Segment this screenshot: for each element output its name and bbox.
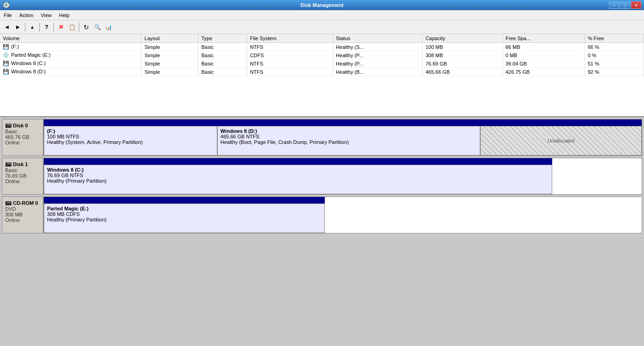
help-button[interactable]: ?: [42, 22, 52, 32]
partition-name: Windows 8 (C:): [47, 167, 549, 173]
disk-label-disk0: 🖴 Disk 0 Basic 465.76 GB Online: [2, 119, 43, 156]
cell-filesystem: NTFS: [247, 68, 333, 76]
toolbar-separator-1: [25, 23, 25, 32]
back-button[interactable]: ◄: [2, 22, 12, 32]
cell-status: Healthy (P...: [333, 51, 423, 60]
cell-status: Healthy (P...: [333, 60, 423, 68]
properties-button[interactable]: 📋: [67, 22, 77, 32]
disk-status: Online: [5, 179, 40, 184]
disk-header-bar: [44, 158, 552, 165]
cell-percentfree: 92 %: [584, 68, 644, 76]
disk-partitions-disk1: Windows 8 (C:) 76.69 GB NTFS Healthy (Pr…: [44, 165, 642, 194]
cell-filesystem: CDFS: [247, 51, 333, 60]
maximize-button[interactable]: □: [620, 1, 630, 9]
col-capacity[interactable]: Capacity: [423, 34, 502, 43]
cell-layout: Simple: [142, 43, 198, 51]
search-button[interactable]: 🔍: [92, 22, 102, 32]
partition-size: 465.66 GB NTFS: [221, 134, 477, 139]
menu-file[interactable]: File: [0, 12, 16, 19]
partition-f-drive[interactable]: (F:) 100 MB NTFS Healthy (System, Active…: [44, 126, 217, 155]
up-button[interactable]: ▲: [27, 22, 37, 32]
table-header-row: Volume Layout Type File System Status Ca…: [0, 34, 644, 43]
forward-button[interactable]: ►: [13, 22, 23, 32]
disk-status: Online: [5, 140, 40, 145]
partition-status: Healthy (System, Active, Primary Partiti…: [47, 139, 214, 145]
export-button[interactable]: 📊: [103, 22, 113, 32]
disk-name: 🖴 Disk 1: [5, 160, 40, 167]
main-container: Volume Layout Type File System Status Ca…: [0, 34, 644, 346]
disk-partitions-cdrom0: Parted Magic (E:) 308 MB CDFS Healthy (P…: [44, 203, 642, 233]
disk-status: Online: [5, 217, 40, 223]
cell-freespace: 0 MB: [502, 51, 584, 60]
col-layout[interactable]: Layout: [142, 34, 198, 43]
cell-freespace: 66 MB: [502, 43, 584, 51]
cell-capacity: 100 MB: [423, 43, 502, 51]
cell-type: Basic: [198, 43, 247, 51]
partition-name: (F:): [47, 128, 214, 134]
table-row[interactable]: 💾(F:) Simple Basic NTFS Healthy (S... 10…: [0, 43, 644, 51]
partition-unallocated0[interactable]: Unallocated: [480, 126, 642, 155]
cell-capacity: 76.69 GB: [423, 60, 502, 68]
toolbar-separator-2: [39, 23, 40, 32]
table-row[interactable]: 💾Windows 8 (C:) Simple Basic NTFS Health…: [0, 60, 644, 68]
disk-type: Basic: [5, 167, 40, 173]
refresh-button[interactable]: ↻: [81, 22, 91, 32]
menu-view[interactable]: View: [37, 12, 55, 19]
disk-icon: 🖴: [5, 121, 12, 129]
disk-row-cdrom0: 🖴 CD-ROM 0 DVD 308 MB Online Parted Magi…: [2, 197, 642, 233]
cell-type: Basic: [198, 68, 247, 76]
col-freespace[interactable]: Free Spa...: [502, 34, 584, 43]
disk-visual-disk1: Windows 8 (C:) 76.69 GB NTFS Healthy (Pr…: [43, 158, 642, 195]
partition-name: Windows 8 (D:): [221, 128, 477, 134]
unallocated-label: Unallocated: [548, 138, 574, 143]
disk-size: 465.76 GB: [5, 134, 40, 140]
col-status[interactable]: Status: [333, 34, 423, 43]
partition-d-drive[interactable]: Windows 8 (D:) 465.66 GB NTFS Healthy (B…: [217, 126, 480, 155]
partition-c-drive[interactable]: Windows 8 (C:) 76.69 GB NTFS Healthy (Pr…: [44, 165, 552, 194]
minimize-button[interactable]: ─: [609, 1, 619, 9]
app-icon: 💽: [3, 2, 10, 8]
menu-help[interactable]: Help: [55, 12, 73, 19]
cell-percentfree: 0 %: [584, 51, 644, 60]
disk-label-disk1: 🖴 Disk 1 Basic 76.69 GB Online: [2, 158, 43, 195]
disk-icon: 🖴: [5, 160, 12, 167]
partition-e-drive[interactable]: Parted Magic (E:) 308 MB CDFS Healthy (P…: [44, 203, 325, 233]
disk-visual-disk0: (F:) 100 MB NTFS Healthy (System, Active…: [43, 119, 642, 156]
partition-size: 76.69 GB NTFS: [47, 173, 549, 178]
cell-volume: 💾Windows 8 (D:): [0, 68, 142, 76]
col-percentfree[interactable]: % Free: [584, 34, 644, 43]
disk-label-cdrom0: 🖴 CD-ROM 0 DVD 308 MB Online: [2, 197, 43, 233]
disk-icon: 🖴: [5, 199, 12, 206]
col-volume[interactable]: Volume: [0, 34, 142, 43]
cell-type: Basic: [198, 60, 247, 68]
cell-type: Basic: [198, 51, 247, 60]
volume-table-section: Volume Layout Type File System Status Ca…: [0, 34, 644, 117]
table-row[interactable]: 💿Parted Magic (E:) Simple Basic CDFS Hea…: [0, 51, 644, 60]
col-type[interactable]: Type: [198, 34, 247, 43]
disk-row-disk1: 🖴 Disk 1 Basic 76.69 GB Online Windows 8…: [2, 158, 642, 195]
disk-name: 🖴 CD-ROM 0: [5, 199, 40, 206]
toolbar: ◄ ► ▲ ? ✕ 📋 ↻ 🔍 📊: [0, 20, 644, 34]
title-bar: 💽 Disk Management ─ □ ✕: [0, 0, 644, 10]
partition-status: Healthy (Boot, Page File, Crash Dump, Pr…: [221, 139, 477, 145]
cell-freespace: 39.04 GB: [502, 60, 584, 68]
menu-bar: File Action View Help: [0, 10, 644, 20]
cell-freespace: 426.75 GB: [502, 68, 584, 76]
partition-name: Parted Magic (E:): [47, 206, 322, 211]
cell-volume: 💾Windows 8 (C:): [0, 60, 142, 68]
cell-volume: 💿Parted Magic (E:): [0, 51, 142, 60]
disk-size: 76.69 GB: [5, 173, 40, 179]
disk-section: 🖴 Disk 0 Basic 465.76 GB Online (F:) 100…: [0, 117, 644, 346]
close-button[interactable]: ✕: [631, 1, 641, 9]
delete-button[interactable]: ✕: [56, 22, 66, 32]
disk-type: DVD: [5, 206, 40, 212]
table-row[interactable]: 💾Windows 8 (D:) Simple Basic NTFS Health…: [0, 68, 644, 76]
disk-partitions-disk0: (F:) 100 MB NTFS Healthy (System, Active…: [44, 126, 642, 155]
col-filesystem[interactable]: File System: [247, 34, 333, 43]
disk-header-bar: [44, 197, 325, 203]
menu-action[interactable]: Action: [16, 12, 37, 19]
partition-status: Healthy (Primary Partition): [47, 217, 322, 222]
cell-layout: Simple: [142, 68, 198, 76]
toolbar-separator-4: [79, 23, 79, 32]
title-bar-title: Disk Management: [0, 2, 644, 8]
